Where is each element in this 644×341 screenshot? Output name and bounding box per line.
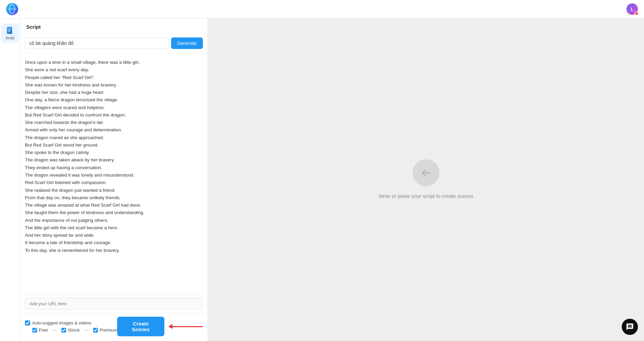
app-logo: [6, 3, 18, 15]
sidebar: Script: [0, 19, 20, 341]
user-avatar[interactable]: L: [626, 3, 638, 15]
url-input[interactable]: [25, 298, 203, 310]
sidebar-label-script: Script: [6, 36, 15, 40]
arrow-annotation: [168, 324, 203, 329]
sidebar-item-script[interactable]: Script: [1, 23, 19, 43]
auto-suggest-row: Auto-suggest images & videos: [25, 320, 117, 325]
main-layout: Script Script Generate Once upon a time …: [0, 19, 644, 341]
chat-button[interactable]: [622, 319, 638, 335]
header: L: [0, 0, 644, 19]
istock-checkbox[interactable]: [61, 328, 66, 333]
url-row: [20, 294, 208, 313]
notification-badge: [635, 11, 639, 16]
free-option: Free: [32, 327, 48, 333]
istock-label: iStock: [68, 327, 80, 333]
script-area: Once upon a time in a small village, the…: [20, 53, 208, 294]
free-checkbox[interactable]: [32, 328, 37, 333]
bottom-options: Auto-suggest images & videos Free — iSto…: [20, 313, 208, 341]
right-panel: Write or paste your script to create sce…: [208, 19, 644, 341]
options-left: Auto-suggest images & videos Free — iSto…: [25, 320, 117, 333]
generate-input[interactable]: [25, 37, 168, 49]
panel-title: Script: [20, 19, 208, 33]
auto-suggest-checkbox[interactable]: [25, 320, 30, 325]
script-content[interactable]: Once upon a time in a small village, the…: [20, 53, 208, 294]
script-icon: [5, 26, 15, 35]
create-scenes-button[interactable]: Create Scenes: [117, 317, 164, 336]
generate-row: Generate: [20, 33, 208, 53]
istock-option: iStock: [61, 327, 80, 333]
left-panel: Script Generate Once upon a time in a sm…: [20, 19, 208, 341]
auto-suggest-label: Auto-suggest images & videos: [32, 320, 91, 325]
dash-1: —: [53, 328, 57, 333]
free-label: Free: [39, 327, 48, 333]
premium-checkbox[interactable]: [93, 328, 98, 333]
chat-icon: [626, 323, 634, 331]
placeholder-text: Write or paste your script to create sce…: [379, 192, 474, 200]
placeholder-circle: [412, 159, 439, 186]
arrow-line: [172, 326, 203, 327]
premium-label: Premium: [100, 327, 117, 333]
sub-checkboxes: Free — iStock — Premium: [32, 327, 117, 333]
arrow-left-icon: [420, 167, 432, 179]
create-and-arrow: Create Scenes: [117, 317, 203, 336]
dash-2: —: [84, 328, 88, 333]
premium-option: Premium: [93, 327, 117, 333]
arrowhead-icon: [168, 324, 172, 329]
generate-button[interactable]: Generate: [171, 37, 203, 49]
